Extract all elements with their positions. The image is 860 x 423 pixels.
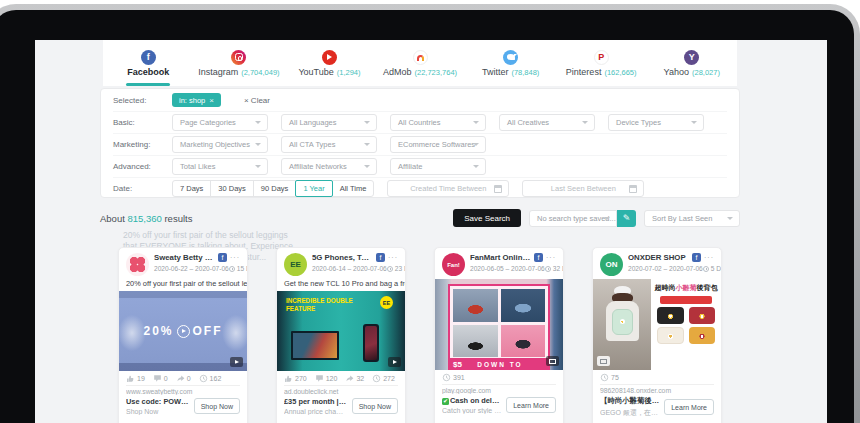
- tab-yahoo[interactable]: Y Yahoo(28,027): [646, 40, 737, 86]
- promo-price: $5: [453, 360, 462, 369]
- affiliate-select[interactable]: Affiliate: [390, 158, 486, 175]
- filter-row-date: Date: 7 Days 30 Days 90 Days 1 Year All …: [113, 177, 727, 199]
- ad-creative-image[interactable]: $5 DOWN TO: [435, 279, 563, 370]
- cta-button[interactable]: Shop Now: [352, 398, 398, 414]
- ad-creative-image[interactable]: 超時尚小雛菊後背包: [593, 279, 721, 370]
- photo-icon: [549, 359, 556, 364]
- tab-twitter[interactable]: Twitter(78,848): [465, 40, 556, 86]
- date-1-year-button[interactable]: 1 Year: [295, 180, 332, 197]
- card-menu-button[interactable]: ···: [388, 254, 398, 261]
- affiliate-networks-select[interactable]: Affiliate Networks: [281, 158, 377, 175]
- tab-admob[interactable]: AdMob(22,723,764): [375, 40, 466, 86]
- tab-label: Facebook: [127, 67, 169, 77]
- filter-row-selected: Selected: in: shop× × Clear: [113, 89, 727, 111]
- tab-label: Pinterest: [566, 67, 602, 77]
- chip-close-icon[interactable]: ×: [209, 96, 214, 105]
- cta-types-select[interactable]: All CTA Types: [281, 136, 377, 153]
- tab-instagram[interactable]: Instagram(2,704,049): [194, 40, 285, 86]
- shoe-photo: [501, 289, 546, 322]
- tab-label: Yahoo: [664, 67, 689, 77]
- ad-card-sweaty-betty[interactable]: Sweaty Betty London | Wom... f ··· 2020-…: [118, 247, 248, 423]
- ad-card-onxder[interactable]: ON ONXDER SHOP f ··· 2020-07-02 – 2020-0…: [592, 247, 722, 423]
- save-search-button[interactable]: Save Search: [453, 209, 521, 227]
- twitter-icon: [503, 50, 518, 65]
- backpack-photo: [689, 307, 716, 324]
- phone-graphic: [363, 324, 379, 362]
- duration-clock-icon: [600, 373, 609, 382]
- clear-filters-link[interactable]: × Clear: [244, 96, 270, 105]
- ad-days: 32 Days: [553, 265, 564, 272]
- duration-clock-icon: [199, 374, 208, 383]
- date-all-time-button[interactable]: All Time: [332, 180, 375, 197]
- device-types-select[interactable]: Device Types: [608, 114, 704, 131]
- languages-select[interactable]: All Languages: [281, 114, 377, 131]
- ad-headline: 【時尚小雛菊後背包】小雛菊刺...: [600, 396, 659, 406]
- yahoo-icon: Y: [684, 50, 699, 65]
- card-menu-button[interactable]: ···: [704, 254, 714, 261]
- tab-label: YouTube: [298, 67, 333, 77]
- like-icon: [126, 374, 135, 383]
- edit-saved-search-button[interactable]: ✎: [617, 210, 636, 227]
- ad-creative-image[interactable]: Incredible Double Feature EE: [277, 291, 405, 371]
- cta-button[interactable]: Learn More: [664, 399, 714, 415]
- created-time-input[interactable]: Created Time Between: [387, 180, 509, 197]
- last-seen-input[interactable]: Last Seen Between: [522, 180, 644, 197]
- ad-days: 23 Days: [395, 265, 406, 272]
- ad-card-5g-phones[interactable]: EE 5G Phones, Tablets & SIMs | ... f ···…: [276, 247, 406, 423]
- promo-strip: $5 DOWN TO: [448, 358, 550, 370]
- created-time-placeholder: Created Time Between: [410, 184, 486, 193]
- page-categories-select[interactable]: Page Categories: [172, 114, 268, 131]
- comment-icon: [153, 374, 162, 383]
- advertiser-avatar: Fan!: [442, 253, 465, 276]
- selected-filter-chip[interactable]: in: shop×: [172, 93, 221, 107]
- pencil-icon: ✎: [623, 213, 631, 223]
- results-count-text: About 815,360 results: [100, 213, 192, 224]
- ad-card-fanmart[interactable]: Fan! FanMart Online Shopping - F... f ··…: [434, 247, 564, 423]
- ad-date-range: 2020-07-02 – 2020-07-06: [628, 265, 703, 272]
- cta-button[interactable]: Shop Now: [194, 398, 240, 414]
- date-label: Date:: [113, 184, 159, 193]
- tv-graphic: [291, 331, 339, 360]
- ad-days: 15 Days: [237, 265, 248, 272]
- promo-text: OFF: [193, 324, 223, 338]
- facebook-badge-icon: f: [692, 253, 701, 262]
- tab-count: (78,848): [511, 68, 539, 77]
- sort-select[interactable]: Sort By Last Seen: [644, 210, 740, 227]
- advanced-label: Advanced:: [113, 162, 159, 171]
- tab-count: (28,027): [692, 68, 720, 77]
- ecommerce-softwares-select[interactable]: ECommerce Softwares: [390, 136, 486, 153]
- tab-pinterest[interactable]: P Pinterest(162,665): [556, 40, 647, 86]
- tab-youtube[interactable]: YouTube(1,294): [284, 40, 375, 86]
- card-menu-button[interactable]: ···: [230, 254, 240, 261]
- date-7-days-button[interactable]: 7 Days: [172, 180, 211, 197]
- saved-search-select[interactable]: No search type saved...: [529, 210, 617, 227]
- ad-subtext: GEGO 嚴選，在全球深入合作近...: [600, 408, 659, 418]
- backpack-photo: [689, 327, 716, 344]
- calendar-icon: [629, 185, 637, 193]
- ad-results-grid: Sweaty Betty London | Wom... f ··· 2020-…: [118, 247, 722, 423]
- filter-row-marketing: Marketing: Marketing Objectives All CTA …: [113, 133, 727, 155]
- backpack-grid: [657, 307, 715, 344]
- date-90-days-button[interactable]: 90 Days: [253, 180, 297, 197]
- cta-button[interactable]: Learn More: [506, 397, 556, 413]
- ad-domain: play.google.com: [442, 384, 556, 394]
- countries-select[interactable]: All Countries: [390, 114, 486, 131]
- date-30-days-button[interactable]: 30 Days: [210, 180, 254, 197]
- share-icon: [176, 374, 185, 383]
- creatives-select[interactable]: All Creatives: [499, 114, 595, 131]
- ad-headline: ✔Cash on delivery ✔Days fr...: [442, 396, 501, 405]
- card-menu-button[interactable]: ···: [546, 254, 556, 261]
- results-bar: About 815,360 results Save Search No sea…: [100, 207, 740, 229]
- marketing-objectives-select[interactable]: Marketing Objectives: [172, 136, 268, 153]
- admob-icon: [413, 50, 428, 65]
- promo-text: 20%: [143, 324, 173, 338]
- total-likes-select[interactable]: Total Likes: [172, 158, 268, 175]
- share-icon: [345, 374, 354, 383]
- shoe-photo: [453, 325, 498, 358]
- video-badge: [388, 357, 401, 367]
- ad-date-range: 2020-06-05 – 2020-07-06: [470, 265, 545, 272]
- tab-facebook[interactable]: f Facebook: [103, 40, 194, 86]
- ad-domain: 986208148.onxder.com: [600, 384, 714, 394]
- instagram-icon: [231, 50, 246, 65]
- ad-creative-image[interactable]: 20%OFF: [119, 291, 247, 371]
